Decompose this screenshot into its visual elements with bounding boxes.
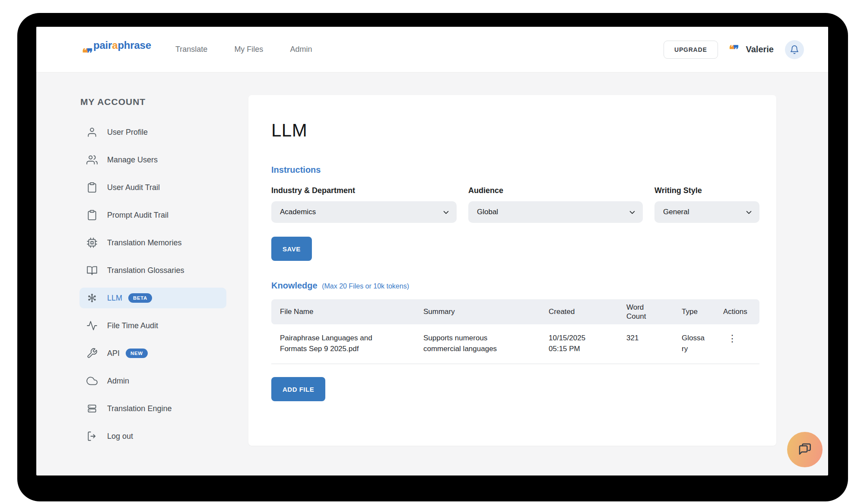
users-icon	[86, 154, 98, 165]
avatar-quotes-icon: ❝❞	[729, 43, 737, 56]
sidebar-item-llm[interactable]: LLM BETA	[79, 288, 226, 308]
col-word-count: Word Count	[626, 303, 651, 321]
table-row: Pairaphrase Languages and Formats Sep 9 …	[271, 324, 759, 364]
knowledge-title: Knowledge	[271, 281, 318, 290]
chevron-down-icon	[629, 209, 636, 216]
field-industry-department: Industry & Department Academics	[271, 186, 457, 223]
chat-widget-button[interactable]	[787, 432, 823, 467]
knowledge-table: File Name Summary Created Word Count Typ…	[271, 299, 759, 364]
user-name[interactable]: Valerie	[746, 44, 774, 54]
select-value: Academics	[280, 208, 316, 216]
sidebar-item-label: File Time Audit	[107, 321, 158, 330]
select-value: General	[663, 208, 689, 216]
instructions-heading: Instructions	[271, 165, 759, 175]
knowledge-heading: Knowledge (Max 20 Files or 10k tokens)	[271, 281, 759, 291]
sidebar-item-log-out[interactable]: Log out	[79, 426, 226, 447]
row-actions-menu-icon[interactable]: ⋮	[723, 333, 741, 344]
col-summary: Summary	[423, 307, 549, 316]
sidebar-item-label: Translation Glossaries	[107, 266, 184, 275]
sidebar: MY ACCOUNT User Profile Manage Users Use…	[36, 73, 231, 453]
sidebar-item-label: API	[107, 349, 120, 358]
pairaphrase-logo[interactable]: ❝❞ pairaphrase	[82, 38, 158, 62]
writing-style-select[interactable]: General	[654, 201, 759, 223]
server-icon	[86, 403, 98, 414]
sidebar-item-translation-memories[interactable]: Translation Memories	[79, 232, 226, 253]
field-writing-style: Writing Style General	[654, 186, 759, 223]
add-file-button[interactable]: ADD FILE	[271, 377, 325, 401]
sidebar-item-file-time-audit[interactable]: File Time Audit	[79, 315, 226, 336]
clipboard-icon	[86, 182, 98, 193]
sidebar-list: User Profile Manage Users User Audit Tra…	[36, 122, 231, 447]
sidebar-item-admin[interactable]: Admin	[79, 371, 226, 391]
cell-summary: Supports numerous commercial languages	[423, 333, 508, 354]
network-icon	[86, 292, 98, 304]
sidebar-item-label: Prompt Audit Trail	[107, 211, 168, 220]
window-frame: ❝❞ pairaphrase Translate My Files Admin …	[17, 13, 848, 501]
bell-icon	[790, 45, 799, 54]
field-label: Audience	[468, 186, 643, 195]
user-icon	[86, 127, 98, 138]
wrench-icon	[86, 348, 98, 359]
col-created: Created	[549, 307, 626, 316]
chevron-down-icon	[745, 209, 753, 216]
sidebar-item-label: Translation Memories	[107, 238, 181, 247]
sidebar-item-label: User Profile	[107, 128, 148, 137]
activity-icon	[86, 320, 98, 331]
new-badge: NEW	[126, 349, 148, 358]
sidebar-item-prompt-audit-trail[interactable]: Prompt Audit Trail	[79, 205, 226, 225]
industry-department-select[interactable]: Academics	[271, 201, 457, 223]
sidebar-item-label: User Audit Trail	[107, 183, 160, 192]
field-label: Industry & Department	[271, 186, 457, 195]
field-audience: Audience Global	[468, 186, 643, 223]
save-button[interactable]: SAVE	[271, 237, 312, 261]
nav-translate[interactable]: Translate	[175, 45, 207, 54]
book-icon	[86, 265, 98, 276]
header-right: UPGRADE ❝❞ Valerie	[664, 40, 804, 59]
field-label: Writing Style	[654, 186, 759, 195]
top-navbar: ❝❞ pairaphrase Translate My Files Admin …	[36, 27, 828, 73]
chip-icon	[86, 237, 98, 248]
cell-type: Glossary	[682, 333, 707, 354]
sidebar-item-api[interactable]: API NEW	[79, 343, 226, 364]
sidebar-item-translation-engine[interactable]: Translation Engine	[79, 398, 226, 419]
col-file-name: File Name	[280, 307, 423, 316]
sidebar-item-label: Translation Engine	[107, 404, 172, 413]
sidebar-item-user-profile[interactable]: User Profile	[79, 122, 226, 143]
sidebar-item-label: LLM	[107, 294, 122, 303]
sidebar-item-translation-glossaries[interactable]: Translation Glossaries	[79, 260, 226, 281]
upgrade-button[interactable]: UPGRADE	[664, 41, 718, 59]
app-window: ❝❞ pairaphrase Translate My Files Admin …	[36, 27, 828, 475]
nav-my-files[interactable]: My Files	[234, 45, 263, 54]
sidebar-item-label: Manage Users	[107, 155, 158, 165]
sidebar-item-label: Log out	[107, 432, 133, 441]
nav-admin[interactable]: Admin	[290, 45, 312, 54]
cell-file-name: Pairaphrase Languages and Formats Sep 9 …	[280, 333, 389, 354]
sidebar-item-user-audit-trail[interactable]: User Audit Trail	[79, 177, 226, 198]
chevron-down-icon	[442, 209, 450, 216]
main-nav: Translate My Files Admin	[175, 45, 312, 54]
instructions-fields: Industry & Department Academics Audience…	[271, 186, 759, 223]
logo-quotes-icon: ❝❞	[82, 46, 91, 60]
page-title: LLM	[271, 120, 759, 141]
cell-created: 10/15/2025 05:15 PM	[549, 333, 600, 354]
select-value: Global	[477, 208, 498, 216]
logout-icon	[86, 431, 98, 442]
sidebar-item-label: Admin	[107, 377, 129, 386]
table-header: File Name Summary Created Word Count Typ…	[271, 299, 759, 324]
cloud-icon	[86, 375, 98, 387]
main-panel: LLM Instructions Industry & Department A…	[248, 95, 776, 446]
knowledge-subtitle: (Max 20 Files or 10k tokens)	[322, 282, 409, 290]
col-actions: Actions	[723, 307, 755, 316]
audience-select[interactable]: Global	[468, 201, 643, 223]
cell-word-count: 321	[626, 333, 682, 344]
logo-text: pairaphrase	[93, 39, 151, 51]
chat-bubbles-icon	[797, 441, 813, 458]
sidebar-title: MY ACCOUNT	[80, 97, 231, 107]
beta-badge: BETA	[128, 293, 152, 303]
notifications-button[interactable]	[785, 40, 804, 59]
sidebar-item-manage-users[interactable]: Manage Users	[79, 149, 226, 170]
clipboard-icon	[86, 209, 98, 221]
col-type: Type	[682, 307, 723, 316]
